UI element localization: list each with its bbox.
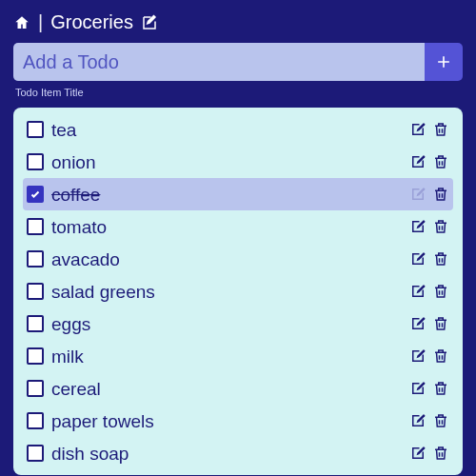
edit-icon[interactable]	[409, 380, 426, 397]
item-label: coffee	[51, 186, 402, 204]
item-label: paper towels	[51, 412, 402, 430]
list-item: tomato	[23, 210, 453, 243]
breadcrumb: | Groceries	[13, 11, 463, 33]
checkbox[interactable]	[27, 347, 44, 365]
item-label: cereal	[51, 380, 402, 398]
item-label: dish soap	[51, 445, 402, 463]
checkbox[interactable]	[27, 412, 44, 429]
item-actions	[409, 153, 449, 170]
edit-icon[interactable]	[409, 445, 426, 462]
add-todo-row	[13, 43, 463, 81]
breadcrumb-separator: |	[38, 11, 43, 33]
trash-icon[interactable]	[432, 186, 449, 203]
list-item: milk	[23, 340, 453, 372]
list-item: onion	[23, 146, 453, 178]
item-actions	[409, 218, 449, 235]
edit-icon[interactable]	[409, 218, 426, 235]
list-item: cereal	[23, 372, 453, 405]
list-item: coffee	[23, 178, 453, 210]
checkbox[interactable]	[27, 283, 44, 300]
checkbox[interactable]	[27, 121, 44, 138]
item-actions	[409, 250, 449, 268]
edit-icon[interactable]	[409, 250, 426, 268]
list-item: avacado	[23, 243, 453, 275]
item-actions	[409, 412, 449, 429]
checkbox[interactable]	[27, 250, 44, 268]
list-item: paper towels	[23, 405, 453, 437]
checkbox[interactable]	[27, 445, 44, 462]
item-label: avacado	[51, 250, 402, 268]
checkbox[interactable]	[27, 186, 44, 203]
plus-icon	[434, 52, 453, 71]
trash-icon[interactable]	[432, 445, 449, 462]
item-actions	[409, 445, 449, 462]
item-label: tea	[51, 121, 402, 139]
trash-icon[interactable]	[432, 347, 449, 365]
trash-icon[interactable]	[432, 380, 449, 397]
edit-icon[interactable]	[409, 315, 426, 332]
trash-icon[interactable]	[432, 315, 449, 332]
trash-icon[interactable]	[432, 250, 449, 268]
edit-icon[interactable]	[409, 412, 426, 429]
list-title: Groceries	[50, 11, 133, 33]
trash-icon[interactable]	[432, 283, 449, 300]
checkbox[interactable]	[27, 218, 44, 235]
item-actions	[409, 186, 449, 203]
item-actions	[409, 283, 449, 300]
item-actions	[409, 380, 449, 397]
checkbox[interactable]	[27, 153, 44, 170]
trash-icon[interactable]	[432, 153, 449, 170]
edit-icon[interactable]	[409, 283, 426, 300]
item-label: tomato	[51, 218, 402, 236]
list-item: eggs	[23, 307, 453, 340]
add-todo-input[interactable]	[13, 43, 425, 81]
edit-icon[interactable]	[409, 153, 426, 170]
item-label: onion	[51, 153, 402, 171]
item-label: eggs	[51, 315, 402, 333]
checkbox[interactable]	[27, 315, 44, 332]
trash-icon[interactable]	[432, 218, 449, 235]
checkbox[interactable]	[27, 380, 44, 397]
item-label: salad greens	[51, 283, 402, 301]
edit-icon[interactable]	[409, 347, 426, 365]
item-label: milk	[51, 347, 402, 366]
list-item: dish soap	[23, 437, 453, 469]
item-actions	[409, 347, 449, 365]
add-todo-button[interactable]	[425, 43, 463, 81]
item-actions	[409, 121, 449, 138]
trash-icon[interactable]	[432, 412, 449, 429]
list-item: tea	[23, 113, 453, 146]
edit-icon[interactable]	[409, 121, 426, 138]
edit-icon[interactable]	[409, 186, 426, 203]
item-actions	[409, 315, 449, 332]
list-item: salad greens	[23, 275, 453, 307]
todo-list: teaonioncoffeetomatoavacadosalad greense…	[13, 108, 463, 475]
home-icon[interactable]	[13, 14, 30, 31]
edit-list-icon[interactable]	[141, 14, 158, 31]
trash-icon[interactable]	[432, 121, 449, 138]
input-helper-text: Todo Item Title	[15, 87, 463, 98]
